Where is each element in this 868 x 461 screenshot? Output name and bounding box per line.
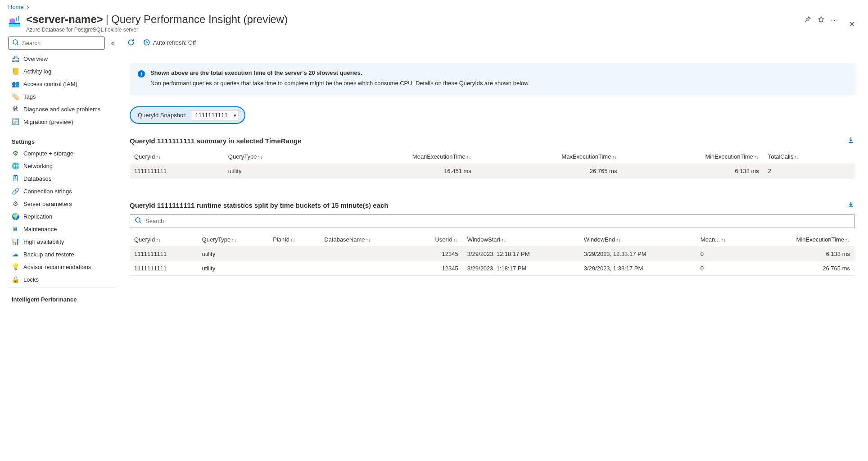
nav-icon: 🔄 [12,118,19,125]
nav-icon: 📇 [12,55,19,62]
nav-item-tags[interactable]: 🏷️Tags [8,90,116,103]
breadcrumb-separator: › [27,4,29,10]
close-button[interactable]: ✕ [844,18,860,31]
nav-icon: ⚙ [12,150,19,157]
runtime-title: QueryId 1111111111 runtime statistics sp… [130,201,854,210]
col-meanexecutiontime[interactable]: MeanExecutionTime↑↓ [322,150,476,164]
col-queryid[interactable]: QueryId↑↓ [130,233,198,247]
search-icon [135,217,142,225]
runtime-search-input[interactable] [145,218,850,224]
svg-point-6 [13,40,18,44]
nav-label: High availability [23,238,64,245]
nav-item-backup-and-restore[interactable]: ☁Backup and restore [8,248,116,260]
sidebar-search-input[interactable] [22,40,101,46]
runtime-table: QueryId↑↓QueryType↑↓PlanId↑↓DatabaseName… [130,233,854,276]
col-minexecutiontime[interactable]: MinExecutionTime↑↓ [752,233,854,247]
nav-label: Compute + storage [23,150,73,157]
nav-item-diagnose-and-solve-problems[interactable]: 🛠Diagnose and solve problems [8,103,116,115]
more-icon[interactable]: ··· [831,17,839,23]
col-querytype[interactable]: QueryType↑↓ [224,150,322,164]
nav-icon: 🖥 [12,225,19,233]
page-title: <server-name>|Query Performance Insight … [26,13,795,26]
col-queryid[interactable]: QueryId↑↓ [130,150,224,164]
nav-icon: 💡 [12,263,19,270]
breadcrumb: Home › [0,0,868,11]
nav-icon: 🔗 [12,187,19,195]
nav-label: Overview [23,55,48,62]
sidebar: « 📇Overview📒Activity log👥Access control … [0,37,116,457]
col-querytype[interactable]: QueryType↑↓ [198,233,269,247]
runtime-search[interactable] [130,214,854,228]
info-body-text: Non performant queries or queries that t… [150,80,530,87]
summary-table: QueryId↑↓QueryType↑↓MeanExecutionTime↑↓M… [130,150,854,178]
nav-item-replication[interactable]: 🌍Replication [8,210,116,223]
download-icon[interactable] [847,201,854,210]
nav-icon: ☁ [12,251,19,258]
nav-item-access-control-iam-[interactable]: 👥Access control (IAM) [8,78,116,90]
col-userid[interactable]: UserId↑↓ [410,233,462,247]
nav-icon: 🌐 [12,162,19,169]
nav-icon: 📒 [12,68,19,75]
nav-item-databases[interactable]: 🗄Databases [8,172,116,185]
nav-icon: 🗄 [12,175,19,182]
nav-label: Migration (preview) [23,119,73,125]
nav-item-connection-strings[interactable]: 🔗Connection strings [8,185,116,197]
resource-icon [8,16,21,28]
table-row[interactable]: 1111111111utility16.451 ms26.765 ms6.138… [130,164,854,178]
col-windowstart[interactable]: WindowStart↑↓ [463,233,579,247]
table-row[interactable]: 1111111111utility123453/29/2023, 1:18:17… [130,261,854,276]
nav-label: Tags [23,93,36,100]
col-windowend[interactable]: WindowEnd↑↓ [579,233,696,247]
nav-icon: 🌍 [12,213,19,220]
nav-item-advisor-recommendations[interactable]: 💡Advisor recommendations [8,260,116,273]
summary-title: QueryId 1111111111 summary in selected T… [130,137,854,145]
snapshot-label: QueryId Snapshot: [138,112,186,119]
queryid-snapshot-selector[interactable]: QueryId Snapshot: 1111111111 ▾ [130,106,245,124]
nav-item-migration-preview-[interactable]: 🔄Migration (preview) [8,115,116,128]
sidebar-search[interactable] [8,37,105,50]
auto-refresh-button[interactable]: Auto refresh: Off [143,39,196,46]
col-mean[interactable]: Mean...↑↓ [696,233,752,247]
pin-icon[interactable] [804,16,811,24]
nav-item-compute-storage[interactable]: ⚙Compute + storage [8,147,116,160]
nav-label: Advisor recommendations [23,264,91,270]
col-maxexecutiontime[interactable]: MaxExecutionTime↑↓ [476,150,622,164]
nav-icon: 📊 [12,238,19,245]
nav-item-server-parameters[interactable]: ⚙Server parameters [8,197,116,210]
nav-item-overview[interactable]: 📇Overview [8,52,116,65]
table-row[interactable]: 1111111111utility123453/29/2023, 12:18:1… [130,247,854,261]
col-minexecutiontime[interactable]: MinExecutionTime↑↓ [621,150,763,164]
nav-item-maintenance[interactable]: 🖥Maintenance [8,223,116,235]
nav-icon: 👥 [12,80,19,87]
nav-item-high-availability[interactable]: 📊High availability [8,235,116,248]
collapse-sidebar-button[interactable]: « [109,38,116,48]
snapshot-dropdown[interactable]: 1111111111 [191,110,239,120]
page-header: <server-name>|Query Performance Insight … [0,11,868,37]
svg-point-8 [136,218,140,222]
nav-label: Locks [23,276,39,283]
svg-point-3 [10,18,15,21]
nav-label: Networking [23,163,53,169]
svg-rect-5 [18,16,19,21]
refresh-button[interactable] [127,38,135,46]
nav-label: Connection strings [23,188,72,195]
nav-item-networking[interactable]: 🌐Networking [8,160,116,172]
nav-icon: 🏷️ [12,93,19,100]
nav-icon: ⚙ [12,200,19,207]
resource-type: Azure Database for PostgreSQL flexible s… [26,27,795,33]
nav-label: Diagnose and solve problems [23,106,100,113]
nav-item-activity-log[interactable]: 📒Activity log [8,65,116,78]
download-icon[interactable] [847,137,854,145]
nav-label: Backup and restore [23,251,74,258]
nav-item-locks[interactable]: 🔒Locks [8,273,116,286]
svg-rect-4 [16,18,18,22]
toolbar: Auto refresh: Off [116,37,868,52]
info-banner: i Shown above are the total execution ti… [130,63,854,95]
breadcrumb-home-link[interactable]: Home [8,4,24,10]
search-icon [12,39,19,47]
col-planid[interactable]: PlanId↑↓ [268,233,320,247]
nav-group-title: Intelligent Performance [8,290,116,305]
col-databasename[interactable]: DatabaseName↑↓ [320,233,410,247]
col-totalcalls[interactable]: TotalCalls↑↓ [764,150,854,164]
favorite-icon[interactable] [818,16,825,24]
